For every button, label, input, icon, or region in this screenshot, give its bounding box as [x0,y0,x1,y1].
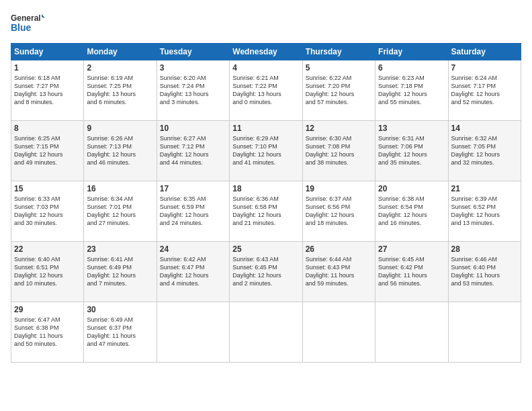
calendar-cell: 24Sunrise: 6:42 AMSunset: 6:47 PMDayligh… [157,242,229,302]
calendar-cell: 16Sunrise: 6:34 AMSunset: 7:01 PMDayligh… [84,181,157,242]
day-number: 21 [451,184,518,193]
day-number: 26 [306,244,372,254]
cell-info: Sunrise: 6:39 AMSunset: 6:52 PMDaylight:… [451,195,518,228]
cell-info: Sunrise: 6:30 AMSunset: 7:08 PMDaylight:… [306,134,372,167]
svg-text:Blue: Blue [11,22,32,33]
calendar-cell: 9Sunrise: 6:26 AMSunset: 7:13 PMDaylight… [84,121,157,181]
calendar-cell [302,302,375,363]
cell-info: Sunrise: 6:23 AMSunset: 7:18 PMDaylight:… [378,74,445,107]
calendar-cell: 3Sunrise: 6:20 AMSunset: 7:24 PMDaylight… [157,60,229,121]
header-thursday: Thursday [302,44,375,60]
cell-info: Sunrise: 6:49 AMSunset: 6:37 PMDaylight:… [87,316,153,349]
day-number: 12 [306,124,372,133]
calendar-cell: 11Sunrise: 6:29 AMSunset: 7:10 PMDayligh… [230,121,302,181]
cell-info: Sunrise: 6:24 AMSunset: 7:17 PMDaylight:… [451,74,518,107]
calendar-cell: 7Sunrise: 6:24 AMSunset: 7:17 PMDaylight… [448,60,521,121]
calendar-cell: 13Sunrise: 6:31 AMSunset: 7:06 PMDayligh… [375,121,448,181]
day-number: 2 [87,63,153,73]
calendar-cell: 15Sunrise: 6:33 AMSunset: 7:03 PMDayligh… [11,181,84,242]
week-row-2: 8Sunrise: 6:25 AMSunset: 7:15 PMDaylight… [11,121,521,181]
header-saturday: Saturday [448,44,521,60]
day-number: 4 [232,63,299,73]
calendar-cell [375,302,448,363]
logo: General Blue [11,11,44,38]
calendar-cell: 4Sunrise: 6:21 AMSunset: 7:22 PMDaylight… [230,60,302,121]
cell-info: Sunrise: 6:32 AMSunset: 7:05 PMDaylight:… [451,134,518,167]
cell-info: Sunrise: 6:22 AMSunset: 7:20 PMDaylight:… [306,74,372,107]
day-number: 10 [160,124,226,133]
day-number: 30 [87,305,153,314]
day-number: 6 [378,63,445,73]
header-monday: Monday [84,44,157,60]
cell-info: Sunrise: 6:38 AMSunset: 6:54 PMDaylight:… [378,195,445,228]
day-number: 17 [160,184,226,193]
day-number: 14 [451,124,518,133]
calendar-cell [230,302,302,363]
day-number: 11 [232,124,299,133]
day-number: 5 [306,63,372,73]
calendar-cell: 2Sunrise: 6:19 AMSunset: 7:25 PMDaylight… [84,60,157,121]
cell-info: Sunrise: 6:18 AMSunset: 7:27 PMDaylight:… [14,74,81,107]
day-number: 16 [87,184,153,193]
header-sunday: Sunday [11,44,84,60]
day-number: 28 [451,244,518,254]
day-number: 24 [160,244,226,254]
day-number: 20 [378,184,445,193]
cell-info: Sunrise: 6:21 AMSunset: 7:22 PMDaylight:… [232,74,299,107]
calendar-cell: 18Sunrise: 6:36 AMSunset: 6:58 PMDayligh… [230,181,302,242]
calendar-cell: 10Sunrise: 6:27 AMSunset: 7:12 PMDayligh… [157,121,229,181]
calendar-cell [157,302,229,363]
cell-info: Sunrise: 6:45 AMSunset: 6:42 PMDaylight:… [378,255,445,288]
cell-info: Sunrise: 6:31 AMSunset: 7:06 PMDaylight:… [378,134,445,167]
calendar-cell: 17Sunrise: 6:35 AMSunset: 6:59 PMDayligh… [157,181,229,242]
calendar-cell: 14Sunrise: 6:32 AMSunset: 7:05 PMDayligh… [448,121,521,181]
cell-info: Sunrise: 6:19 AMSunset: 7:25 PMDaylight:… [87,74,153,107]
calendar-header-row: SundayMondayTuesdayWednesdayThursdayFrid… [11,44,521,60]
calendar-cell: 1Sunrise: 6:18 AMSunset: 7:27 PMDaylight… [11,60,84,121]
day-number: 29 [14,305,81,314]
cell-info: Sunrise: 6:35 AMSunset: 6:59 PMDaylight:… [160,195,226,228]
day-number: 3 [160,63,226,73]
calendar-cell: 29Sunrise: 6:47 AMSunset: 6:38 PMDayligh… [11,302,84,363]
day-number: 18 [232,184,299,193]
week-row-3: 15Sunrise: 6:33 AMSunset: 7:03 PMDayligh… [11,181,521,242]
calendar-cell: 20Sunrise: 6:38 AMSunset: 6:54 PMDayligh… [375,181,448,242]
cell-info: Sunrise: 6:44 AMSunset: 6:43 PMDaylight:… [306,255,372,288]
calendar-cell: 26Sunrise: 6:44 AMSunset: 6:43 PMDayligh… [302,242,375,302]
calendar-cell: 28Sunrise: 6:46 AMSunset: 6:40 PMDayligh… [448,242,521,302]
cell-info: Sunrise: 6:29 AMSunset: 7:10 PMDaylight:… [232,134,299,167]
day-number: 7 [451,63,518,73]
cell-info: Sunrise: 6:46 AMSunset: 6:40 PMDaylight:… [451,255,518,288]
day-number: 19 [306,184,372,193]
day-number: 1 [14,63,81,73]
cell-info: Sunrise: 6:42 AMSunset: 6:47 PMDaylight:… [160,255,226,288]
calendar-body: 1Sunrise: 6:18 AMSunset: 7:27 PMDaylight… [11,60,521,363]
calendar-cell: 8Sunrise: 6:25 AMSunset: 7:15 PMDaylight… [11,121,84,181]
header-wednesday: Wednesday [230,44,302,60]
cell-info: Sunrise: 6:34 AMSunset: 7:01 PMDaylight:… [87,195,153,228]
calendar-cell: 25Sunrise: 6:43 AMSunset: 6:45 PMDayligh… [230,242,302,302]
week-row-1: 1Sunrise: 6:18 AMSunset: 7:27 PMDaylight… [11,60,521,121]
calendar-cell: 12Sunrise: 6:30 AMSunset: 7:08 PMDayligh… [302,121,375,181]
calendar-cell: 30Sunrise: 6:49 AMSunset: 6:37 PMDayligh… [84,302,157,363]
svg-text:General: General [11,13,41,23]
cell-info: Sunrise: 6:33 AMSunset: 7:03 PMDaylight:… [14,195,81,228]
calendar-cell: 19Sunrise: 6:37 AMSunset: 6:56 PMDayligh… [302,181,375,242]
day-number: 9 [87,124,153,133]
calendar-table: SundayMondayTuesdayWednesdayThursdayFrid… [11,43,521,363]
header-friday: Friday [375,44,448,60]
calendar-cell: 21Sunrise: 6:39 AMSunset: 6:52 PMDayligh… [448,181,521,242]
day-number: 15 [14,184,81,193]
calendar-cell: 23Sunrise: 6:41 AMSunset: 6:49 PMDayligh… [84,242,157,302]
svg-marker-2 [42,14,44,19]
cell-info: Sunrise: 6:25 AMSunset: 7:15 PMDaylight:… [14,134,81,167]
cell-info: Sunrise: 6:27 AMSunset: 7:12 PMDaylight:… [160,134,226,167]
week-row-5: 29Sunrise: 6:47 AMSunset: 6:38 PMDayligh… [11,302,521,363]
day-number: 23 [87,244,153,254]
cell-info: Sunrise: 6:41 AMSunset: 6:49 PMDaylight:… [87,255,153,288]
cell-info: Sunrise: 6:36 AMSunset: 6:58 PMDaylight:… [232,195,299,228]
header-tuesday: Tuesday [157,44,229,60]
cell-info: Sunrise: 6:37 AMSunset: 6:56 PMDaylight:… [306,195,372,228]
day-number: 25 [232,244,299,254]
day-number: 22 [14,244,81,254]
